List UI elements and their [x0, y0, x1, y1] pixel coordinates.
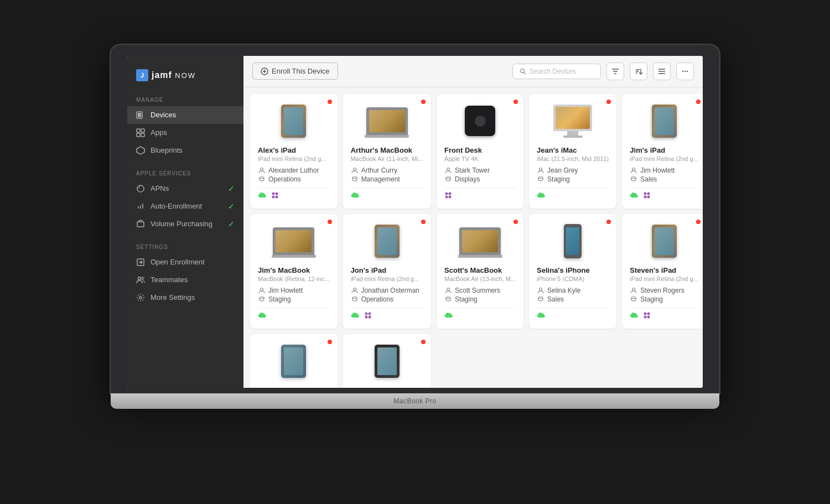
- device-image-ipad: [281, 345, 306, 378]
- sidebar-item-open-enrollment[interactable]: Open Enrollment: [127, 253, 243, 271]
- device-card[interactable]: Jon's iPadiPad mini Retina (2nd g... Jon…: [343, 214, 431, 329]
- logo-area: J jamf NOW: [127, 65, 243, 92]
- device-card[interactable]: Steve's iPadiPad (6th generation, W...: [250, 334, 338, 388]
- device-user-row: Jean Grey: [537, 167, 609, 174]
- svg-point-22: [276, 195, 278, 198]
- list-icon: [658, 67, 666, 75]
- device-card[interactable]: Tony's iPadiPad mini 4 (Wi-Fi + Cell...: [343, 334, 431, 388]
- volume-purchasing-icon: [136, 220, 145, 228]
- device-card[interactable]: Arthur's MacBookMacBook Air (11-inch, Mi…: [343, 94, 431, 209]
- sidebar-item-auto-enrollment[interactable]: Auto-Enrollment ✓: [127, 198, 243, 215]
- svg-rect-2: [137, 129, 140, 132]
- more-options-button[interactable]: [676, 63, 694, 80]
- group-icon: [258, 296, 266, 303]
- svg-point-48: [446, 297, 450, 298]
- svg-point-44: [368, 312, 371, 315]
- blueprints-nav-icon: [136, 146, 145, 155]
- user-icon: [630, 287, 637, 294]
- device-meta: Jim Howlett Sales: [630, 167, 698, 183]
- cloud-icon: [630, 192, 639, 199]
- search-box[interactable]: Search Devices: [512, 64, 601, 79]
- status-dot: [421, 100, 426, 104]
- svg-point-56: [647, 315, 650, 318]
- svg-point-45: [365, 315, 367, 318]
- device-name: Jim's iPad: [630, 146, 698, 154]
- apps-badge-icon: [643, 191, 652, 199]
- device-image-area: [537, 222, 609, 261]
- device-card[interactable]: Steven's iPadiPad mini Retina (2nd g... …: [622, 214, 703, 329]
- device-card[interactable]: Jean's iMaciMac (21.5-inch, Mid 2011) Je…: [529, 94, 616, 209]
- device-card[interactable]: Selina's iPhoneiPhone 5 (CDMA) Selina Ky…: [529, 214, 616, 329]
- device-image-area: [258, 102, 330, 141]
- jamf-logo-icon: J: [136, 69, 148, 81]
- device-meta: Steven Rogers Staging: [630, 287, 698, 303]
- device-image-area: [351, 342, 423, 381]
- auto-enrollment-icon: [136, 202, 145, 211]
- sidebar-item-teammates[interactable]: Teammates: [127, 271, 243, 289]
- device-user-row: Jim Howlett: [630, 167, 698, 174]
- enroll-label: Enroll This Device: [272, 67, 330, 75]
- apns-icon: [136, 184, 145, 193]
- user-icon: [258, 287, 266, 294]
- svg-point-31: [540, 168, 542, 170]
- svg-point-47: [447, 288, 450, 290]
- device-user-row: Steven Rogers: [630, 287, 698, 294]
- svg-rect-1: [138, 113, 141, 117]
- svg-point-34: [631, 176, 636, 178]
- device-image-ipad: [375, 225, 400, 258]
- blueprints-label: Blueprints: [151, 146, 183, 154]
- apps-nav-icon: [136, 128, 145, 137]
- user-icon: [351, 287, 359, 294]
- sidebar-item-apps[interactable]: Apps: [127, 124, 243, 142]
- sidebar-item-blueprints[interactable]: Blueprints: [127, 142, 243, 159]
- device-meta: Jean Grey Staging: [537, 167, 609, 183]
- svg-rect-4: [137, 133, 140, 137]
- svg-rect-7: [137, 222, 144, 227]
- sort-button[interactable]: [630, 63, 647, 80]
- more-settings-icon: [136, 293, 145, 302]
- sidebar-item-volume-purchasing[interactable]: Volume Purchasing ✓: [127, 215, 243, 233]
- sidebar-item-apns[interactable]: APNs ✓: [127, 180, 243, 198]
- device-card[interactable]: Jim's MacBookMacBook (Retina, 12-inc... …: [250, 214, 338, 329]
- device-image-ipad: [281, 105, 306, 138]
- svg-point-21: [272, 195, 275, 198]
- search-placeholder: Search Devices: [530, 67, 576, 75]
- svg-point-26: [446, 176, 450, 178]
- laptop-model-label: MacBook Pro: [393, 397, 437, 405]
- device-image-area: [444, 102, 516, 141]
- device-card[interactable]: Jim's iPadiPad mini Retina (2nd g... Jim…: [622, 94, 703, 209]
- device-name: Jon's iPad: [351, 266, 423, 274]
- svg-point-42: [352, 297, 357, 298]
- device-card[interactable]: Alex's iPadiPad mini Retina (2nd g... Al…: [250, 94, 338, 209]
- svg-point-30: [449, 195, 452, 198]
- svg-point-51: [632, 288, 635, 290]
- list-view-button[interactable]: [653, 63, 671, 80]
- filter-button[interactable]: [606, 63, 624, 80]
- svg-point-24: [352, 176, 357, 178]
- cloud-icon: [630, 312, 639, 319]
- sidebar-item-devices[interactable]: Devices: [127, 106, 243, 124]
- user-icon: [258, 167, 266, 174]
- device-user-row: Selina Kyle: [537, 287, 609, 294]
- group-icon: [630, 176, 637, 183]
- volume-purchasing-check-icon: ✓: [228, 220, 235, 228]
- device-user-row: Arthur Curry: [351, 167, 423, 174]
- svg-point-13: [521, 69, 525, 72]
- device-card[interactable]: Front DeskApple TV 4K Stark Tower Displa…: [437, 94, 523, 209]
- device-image-ipad: [652, 105, 677, 138]
- svg-point-33: [632, 168, 635, 170]
- device-footer: [351, 308, 423, 321]
- svg-point-49: [540, 288, 542, 290]
- device-image-area: [537, 102, 609, 141]
- enroll-button[interactable]: Enroll This Device: [252, 63, 338, 80]
- device-model: iPad mini Retina (2nd g...: [351, 276, 423, 282]
- device-card[interactable]: Scott's MacBookMacBook Air (13-inch, M..…: [437, 214, 523, 329]
- device-group-row: Operations: [258, 175, 330, 183]
- logo-text: jamf NOW: [152, 70, 196, 80]
- svg-point-28: [449, 192, 452, 195]
- cloud-icon: [351, 192, 360, 199]
- device-name: Arthur's MacBook: [351, 146, 423, 154]
- user-icon: [444, 167, 452, 174]
- device-group-row: Displays: [444, 175, 516, 183]
- sidebar-item-more-settings[interactable]: More Settings: [127, 289, 243, 306]
